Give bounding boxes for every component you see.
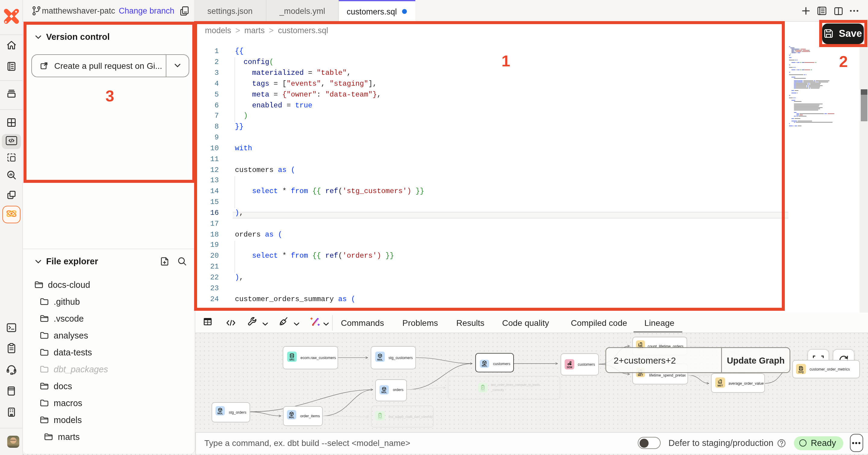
svg-text:MDL: MDL [381,391,387,394]
svg-text:TST: TST [480,389,486,392]
svg-text:2+customers+2: 2+customers+2 [614,355,676,365]
svg-text:SRC: SRC [289,358,295,361]
svg-text:MDL: MDL [289,416,294,419]
svg-text:SVQ: SVQ [798,370,804,373]
svg-text:stg_orders: stg_orders [229,410,247,414]
svg-text:Update Graph: Update Graph [727,356,785,365]
svg-text:order_items: order_items [300,414,320,418]
svg-text:stg_customers: stg_customers [389,356,413,360]
svg-text:MDL: MDL [377,358,383,361]
svg-text:MDL: MDL [217,411,223,415]
svg-text:customers: customers [578,362,595,366]
svg-text:SEM: SEM [567,365,572,368]
svg-text:customers: customers [493,362,510,366]
svg-text:MDL: MDL [482,364,487,367]
svg-text:lifetime_spend_pretax: lifetime_spend_pretax [649,373,686,377]
svg-text:test_supply_costs_sum_correctl: test_supply_costs_sum_correctly [389,415,433,418]
svg-text:ecom.raw_customers: ecom.raw_customers [301,356,336,360]
svg-text:MET: MET [638,373,644,376]
svg-text:_correctly: _correctly [491,388,504,391]
svg-text:average_order_value: average_order_value [728,381,764,385]
svg-text:TST: TST [378,417,383,420]
svg-text:customer_order_metrics: customer_order_metrics [809,367,850,371]
svg-text:test_order_items_compute_to_bo: test_order_items_compute_to_bools [491,383,540,386]
svg-text:orders: orders [393,388,404,392]
svg-text:MET: MET [718,384,723,387]
